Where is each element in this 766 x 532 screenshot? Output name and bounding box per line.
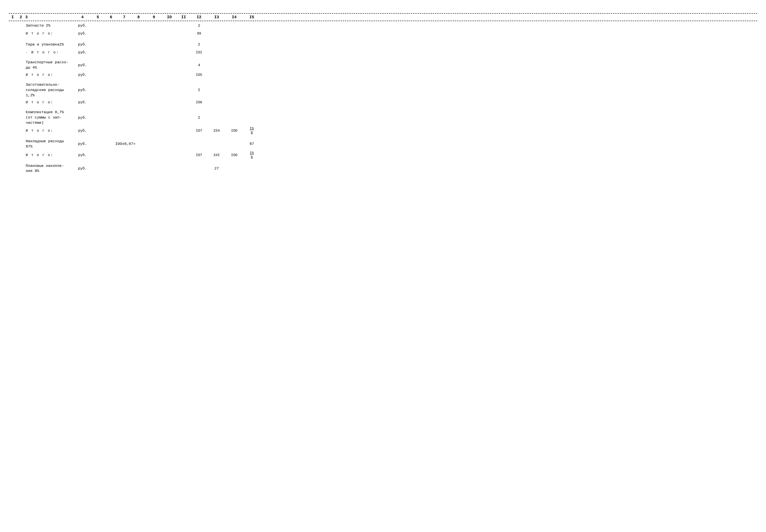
cell-3: И т о г о: — [25, 100, 74, 105]
cell-8 — [131, 52, 146, 53]
cell-11 — [177, 90, 190, 91]
cell-3: Транспортные расхо-ды 4% — [25, 59, 74, 71]
cell-7 — [118, 65, 131, 66]
cell-10 — [162, 25, 177, 26]
cell-10 — [162, 75, 177, 75]
cell-4: руб. — [74, 87, 91, 93]
cell-11 — [177, 168, 190, 169]
cell-12 — [190, 168, 208, 169]
cell-9 — [146, 102, 162, 103]
cell-8 — [131, 33, 146, 34]
cell-5 — [91, 44, 104, 45]
cell-15 — [243, 25, 260, 26]
cell-15 — [243, 52, 260, 53]
cell-14 — [225, 65, 243, 66]
cell-4: руб. — [74, 141, 91, 146]
col-header-7: 7 — [118, 15, 131, 19]
cell-14 — [225, 44, 243, 45]
cell-1 — [9, 168, 16, 169]
cell-5 — [91, 65, 104, 66]
cell-8 — [131, 65, 146, 66]
cell-4: руб. — [74, 115, 91, 120]
cell-6 — [104, 102, 118, 103]
cell-8 — [131, 44, 146, 45]
cell-8 — [131, 155, 146, 156]
cell-15 — [243, 75, 260, 75]
cell-11 — [177, 65, 190, 66]
cell-6 — [104, 117, 118, 118]
cell-1 — [9, 44, 16, 45]
table-row: И т о г о:руб.99 — [9, 30, 757, 37]
cell-6 — [104, 90, 118, 91]
cell-13 — [208, 65, 225, 66]
cell-12: IO5 — [190, 73, 208, 77]
cell-7 — [118, 130, 131, 131]
cell-1 — [9, 130, 16, 131]
cell-10 — [190, 144, 208, 144]
cell-2 — [16, 155, 25, 156]
cell-8 — [131, 75, 146, 75]
cell-12: IOI — [190, 50, 208, 55]
cell-9 — [177, 144, 190, 144]
cell-9 — [146, 117, 162, 118]
cell-9 — [146, 130, 162, 131]
cell-5 — [91, 102, 104, 103]
cell-10 — [162, 65, 177, 66]
cell-4: руб. — [74, 166, 91, 171]
cell-1 — [9, 155, 16, 156]
cell-15: I5 6 — [243, 151, 260, 160]
cell-7 — [118, 90, 131, 91]
cell-15 — [243, 117, 260, 118]
cell-13 — [208, 90, 225, 91]
cell-14 — [9, 149, 16, 150]
cell-7 — [118, 102, 131, 103]
cell-4: руб. — [74, 63, 91, 68]
cell-1 — [9, 33, 16, 34]
cell-7 — [118, 155, 131, 156]
cell-6 — [104, 44, 118, 45]
cell-2 — [16, 33, 25, 34]
cell-4: руб. — [74, 42, 91, 47]
cell-7 — [118, 117, 131, 118]
cell-10 — [162, 130, 177, 131]
cell-7 — [118, 168, 131, 169]
main-table: I 2 3 4 5 6 7 8 9 IO II I2 I3 I4 I5 Запч… — [9, 13, 757, 174]
cell-12: IO7 — [190, 128, 208, 133]
cell-9 — [146, 168, 162, 169]
cell-11 — [208, 144, 225, 144]
cell-14 — [225, 52, 243, 53]
cell-1 — [9, 25, 16, 26]
cell-15 — [16, 149, 25, 150]
cell-6 — [104, 155, 118, 156]
cell-5 — [91, 117, 104, 118]
cell-11 — [177, 155, 190, 156]
cell-15 — [243, 168, 260, 169]
cell-9 — [146, 33, 162, 34]
cell-2 — [16, 144, 25, 144]
cell-5 — [91, 33, 104, 34]
cell-9 — [146, 155, 162, 156]
cell-7 — [146, 144, 162, 144]
cell-15 — [243, 65, 260, 66]
cell-12: 4 — [190, 63, 208, 68]
cell-10 — [162, 33, 177, 34]
col-header-13: I3 — [208, 15, 225, 19]
table-row: Транспортные расхо-ды 4%руб.4 — [9, 59, 757, 71]
cell-11 — [177, 117, 190, 118]
table-row: Комплектация 0,7%(от суммы с зап-частями… — [9, 109, 757, 126]
cell-10 — [162, 90, 177, 91]
table-row: Плановые накопле-ния 8%руб.27 — [9, 163, 757, 174]
cell-6 — [104, 168, 118, 169]
cell-5 — [91, 90, 104, 91]
cell-1 — [9, 90, 16, 91]
cell-3: Запчасти 2% — [25, 23, 74, 28]
table-row: Заготовительно-складские расходы1,2%руб.… — [9, 82, 757, 98]
table-body: Запчасти 2%руб.2И т о г о:руб.99Тара и у… — [9, 22, 757, 174]
column-headers: I 2 3 4 5 6 7 8 9 IO II I2 I3 I4 I5 — [9, 13, 757, 21]
cell-12: 2 — [190, 42, 208, 47]
cell-14 — [225, 117, 243, 118]
cell-15 — [243, 33, 260, 34]
cell-10 — [162, 52, 177, 53]
col-header-4: 4 — [74, 15, 91, 19]
table-row: И т о г о:руб.IO6 — [9, 99, 757, 106]
